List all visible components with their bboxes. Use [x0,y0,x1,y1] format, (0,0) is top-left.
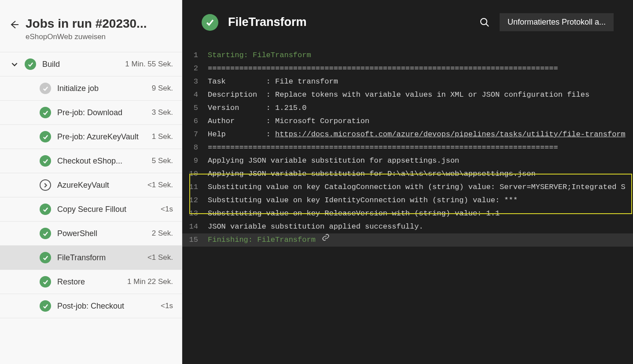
line-content: Finishing: FileTransform [208,233,316,247]
line-content: Substituting value on key IdentityConnec… [208,194,518,207]
help-link[interactable]: https://docs.microsoft.com/azure/devops/… [275,130,626,138]
step-row[interactable]: PowerShell2 Sek. [0,222,182,246]
step-duration: 5 Sek. [152,157,173,165]
step-label: AzureKeyVault [57,181,141,190]
success-icon [40,204,51,215]
line-number[interactable]: 10 [182,167,208,181]
line-content: Substituting value on key ReleaseVersion… [208,207,500,220]
line-content: Applying JSON variable substitution for … [208,167,536,181]
log-line[interactable]: 2=======================================… [182,62,633,75]
success-icon [25,58,36,70]
success-icon [40,131,51,142]
log-line[interactable]: 11Substituting value on key CatalogConne… [182,181,633,194]
step-label: Restore [57,277,121,287]
line-content: Substituting value on key CatalogConnect… [208,181,626,194]
search-icon[interactable] [479,17,490,28]
line-content: Author : Microsoft Corporation [208,115,369,128]
line-number[interactable]: 3 [182,75,208,88]
log-line[interactable]: 3Task : File transform [182,75,633,88]
step-duration: 2 Sek. [152,229,173,238]
step-duration: 1 Sek. [152,132,173,141]
step-duration: <1s [161,302,173,310]
line-number[interactable]: 9 [182,154,208,167]
page-title: Jobs in run #20230... [26,17,173,31]
log-line[interactable]: 12Substituting value on key IdentityConn… [182,194,633,207]
step-label: FileTransform [57,253,141,262]
log-line[interactable]: 6Author : Microsoft Corporation [182,115,633,128]
sidebar-header: Jobs in run #20230... eShopOnWeb zuweise… [0,0,182,52]
success-icon [40,83,51,94]
line-content: ========================================… [208,141,558,154]
raw-log-button[interactable]: Unformatiertes Protokoll a... [500,13,614,31]
back-arrow-icon[interactable] [9,19,19,30]
step-duration: <1 Sek. [147,181,173,189]
chevron-down-icon[interactable] [11,60,18,68]
link-icon[interactable] [322,233,330,241]
success-icon [40,107,51,118]
log-line[interactable]: 8=======================================… [182,141,633,154]
step-row[interactable]: Pre-job: AzureKeyVault1 Sek. [0,125,182,149]
log-line[interactable]: 10Applying JSON variable substitution fo… [182,167,633,181]
job-label: Build [42,60,119,69]
main-header: FileTransform Unformatiertes Protokoll a… [182,0,633,44]
log-line[interactable]: 14JSON variable substitution applied suc… [182,220,633,233]
log-line[interactable]: 13Substituting value on key ReleaseVersi… [182,207,633,220]
step-row[interactable]: FileTransform<1 Sek. [0,246,182,270]
line-number[interactable]: 2 [182,62,208,75]
log-line[interactable]: 15Finishing: FileTransform [182,233,633,247]
line-content: ========================================… [208,62,558,75]
line-number[interactable]: 13 [182,207,208,220]
success-icon [40,228,51,239]
step-row[interactable]: Initialize job9 Sek. [0,76,182,101]
line-content: Starting: FileTransform [208,49,311,62]
svg-point-0 [481,18,487,25]
step-label: Pre-job: AzureKeyVault [57,132,146,142]
chevron-right-icon [40,179,51,191]
line-number[interactable]: 11 [182,181,208,194]
line-number[interactable]: 12 [182,194,208,207]
step-row[interactable]: AzureKeyVault<1 Sek. [0,173,182,197]
line-number[interactable]: 6 [182,115,208,128]
sidebar: Jobs in run #20230... eShopOnWeb zuweise… [0,0,182,364]
line-number[interactable]: 4 [182,88,208,102]
success-icon [40,276,51,288]
step-label: Checkout eShop... [57,157,146,166]
step-duration: 1 Min 22 Sek. [127,277,173,286]
step-label: PowerShell [57,229,146,238]
step-label: Copy Secure Fillout [57,205,155,214]
log-line[interactable]: 9Applying JSON variable substitution for… [182,154,633,167]
log-line[interactable]: 5Version : 1.215.0 [182,102,633,115]
log-line[interactable]: 1Starting: FileTransform [182,49,633,62]
line-number[interactable]: 7 [182,128,208,141]
success-icon [40,155,51,167]
step-row[interactable]: Restore1 Min 22 Sek. [0,270,182,294]
job-duration: 1 Min. 55 Sek. [125,60,173,69]
step-label: Pre-job: Download [57,108,146,117]
page-subtitle: eShopOnWeb zuweisen [26,33,173,41]
step-row[interactable]: Copy Secure Fillout<1s [0,197,182,222]
success-icon [40,300,51,312]
step-row[interactable]: Post-job: Checkout<1s [0,294,182,318]
log-viewer[interactable]: 1Starting: FileTransform2===============… [182,44,633,364]
success-icon [40,252,51,263]
line-number[interactable]: 5 [182,102,208,115]
step-duration: <1s [161,205,173,214]
step-row[interactable]: Pre-job: Download3 Sek. [0,101,182,125]
log-line[interactable]: 4Description : Replace tokens with varia… [182,88,633,102]
step-duration: <1 Sek. [147,253,173,262]
step-row[interactable]: Checkout eShop...5 Sek. [0,149,182,173]
job-group: Build 1 Min. 55 Sek. Initialize job9 Sek… [0,52,182,318]
line-content: JSON variable substitution applied succe… [208,220,423,233]
line-content: Applying JSON variable substitution for … [208,154,459,167]
step-duration: 3 Sek. [152,108,173,117]
line-content: Help : https://docs.microsoft.com/azure/… [208,128,626,141]
step-label: Initialize job [57,84,146,93]
line-number[interactable]: 8 [182,141,208,154]
line-content: Description : Replace tokens with variab… [208,88,589,102]
task-title: FileTransform [228,15,470,29]
log-line[interactable]: 7Help : https://docs.microsoft.com/azure… [182,128,633,141]
line-number[interactable]: 14 [182,220,208,233]
line-number[interactable]: 15 [182,233,208,247]
job-header-row[interactable]: Build 1 Min. 55 Sek. [0,52,182,76]
line-number[interactable]: 1 [182,49,208,62]
